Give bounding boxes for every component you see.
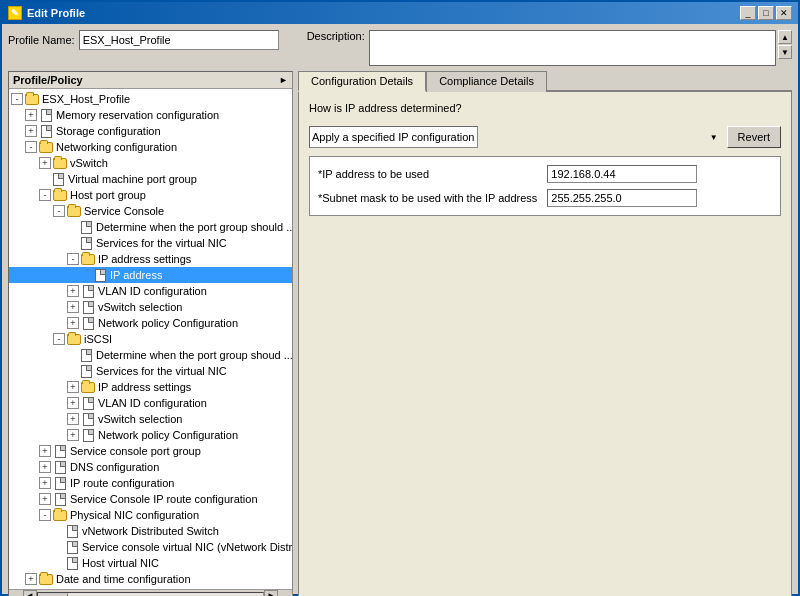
tree-item-vswitch[interactable]: + vSwitch: [9, 155, 292, 171]
tree-item-vlanid1[interactable]: + VLAN ID configuration: [9, 283, 292, 299]
tree-item-svcconsole-vnic[interactable]: Service console virtual NIC (vNetwork Di…: [9, 539, 292, 555]
tree-item-svccon[interactable]: - Service Console: [9, 203, 292, 219]
tree-label-vnetdist: vNetwork Distributed Switch: [82, 525, 219, 537]
tree-label-svcconpg: Service console port group: [70, 445, 201, 457]
expander-root[interactable]: -: [11, 93, 23, 105]
page-icon-vlanid2: [81, 396, 95, 410]
tree-item-iscsi[interactable]: - iSCSI: [9, 331, 292, 347]
expander-networking[interactable]: -: [25, 141, 37, 153]
subnet-mask-label: *Subnet mask to be used with the IP addr…: [318, 192, 537, 204]
tree-item-physnic[interactable]: - Physical NIC configuration: [9, 507, 292, 523]
tree-item-iproute[interactable]: + IP route configuration: [9, 475, 292, 491]
tree-item-determine1[interactable]: Determine when the port group should ...: [9, 219, 292, 235]
folder-icon-iscsi: [67, 332, 81, 346]
tree-item-svcconpg[interactable]: + Service console port group: [9, 443, 292, 459]
desc-scroll-down[interactable]: ▼: [778, 45, 792, 59]
minimize-button[interactable]: _: [740, 6, 756, 20]
expander-svcconpg[interactable]: +: [39, 445, 51, 457]
profile-name-input[interactable]: [79, 30, 279, 50]
tree-item-hostvnic[interactable]: Host virtual NIC: [9, 555, 292, 571]
tree-item-networking[interactable]: - Networking configuration: [9, 139, 292, 155]
tree-item-ipaddr[interactable]: IP address: [9, 267, 292, 283]
tree-item-storage[interactable]: + Storage configuration: [9, 123, 292, 139]
tree-item-ipaddr-settings1[interactable]: - IP address settings: [9, 251, 292, 267]
page-icon-svciproute: [53, 492, 67, 506]
description-label: Description:: [307, 30, 365, 42]
description-textarea[interactable]: [369, 30, 776, 66]
tree-label-memory: Memory reservation configuration: [56, 109, 219, 121]
tree-label-root: ESX_Host_Profile: [42, 93, 130, 105]
scroll-left[interactable]: ◄: [23, 590, 37, 597]
tree-item-memory[interactable]: + Memory reservation configuration: [9, 107, 292, 123]
tree-label-svccon: Service Console: [84, 205, 164, 217]
expander-vswitchsel1[interactable]: +: [67, 301, 79, 313]
tree-item-svciproute[interactable]: + Service Console IP route configuration: [9, 491, 292, 507]
ip-address-input[interactable]: [547, 165, 697, 183]
tree-content[interactable]: - ESX_Host_Profile + Memory reservation …: [9, 89, 292, 589]
title-bar-left: ✎ Edit Profile: [8, 6, 85, 20]
expander-svccon[interactable]: -: [53, 205, 65, 217]
tree-item-services1[interactable]: Services for the virtual NIC: [9, 235, 292, 251]
tree-item-vmpg[interactable]: Virtual machine port group: [9, 171, 292, 187]
folder-icon-networking: [39, 140, 53, 154]
expander-vswitchsel2[interactable]: +: [67, 413, 79, 425]
expander-datetime[interactable]: +: [25, 573, 37, 585]
tree-item-netpolicy2[interactable]: + Network policy Configuration: [9, 427, 292, 443]
tree-item-hostpg[interactable]: - Host port group: [9, 187, 292, 203]
page-icon-netpolicy2: [81, 428, 95, 442]
tree-item-datetime[interactable]: + Date and time configuration: [9, 571, 292, 587]
expander-svciproute[interactable]: +: [39, 493, 51, 505]
tab-compliance[interactable]: Compliance Details: [426, 71, 547, 92]
desc-scroll-up[interactable]: ▲: [778, 30, 792, 44]
page-icon-vswitchsel2: [81, 412, 95, 426]
tree-item-vswitchsel1[interactable]: + vSwitch selection: [9, 299, 292, 315]
tree-label-ipaddr-settings1: IP address settings: [98, 253, 191, 265]
expander-vlanid1[interactable]: +: [67, 285, 79, 297]
ip-address-label: *IP address to be used: [318, 168, 537, 180]
scroll-right[interactable]: ►: [264, 590, 278, 597]
expander-ipaddr2[interactable]: +: [67, 381, 79, 393]
expander-physnic[interactable]: -: [39, 509, 51, 521]
expander-storage[interactable]: +: [25, 125, 37, 137]
scrollbar-track[interactable]: [37, 592, 264, 597]
folder-icon-ipaddr1: [81, 252, 95, 266]
tree-item-services2[interactable]: Services for the virtual NIC: [9, 363, 292, 379]
expander-netpolicy2[interactable]: +: [67, 429, 79, 441]
tree-item-dns[interactable]: + DNS configuration: [9, 459, 292, 475]
expander-iscsi[interactable]: -: [53, 333, 65, 345]
tree-label-hostvnic: Host virtual NIC: [82, 557, 159, 569]
edit-profile-window: ✎ Edit Profile _ □ ✕ Profile Name: Descr…: [0, 0, 800, 596]
tree-item-vnetdist[interactable]: vNetwork Distributed Switch: [9, 523, 292, 539]
close-button[interactable]: ✕: [776, 6, 792, 20]
tree-item-root[interactable]: - ESX_Host_Profile: [9, 91, 292, 107]
tree-label-vswitchsel2: vSwitch selection: [98, 413, 182, 425]
dropdown-row: Apply a specified IP configuration Use D…: [309, 126, 781, 148]
tree-label-datetime: Date and time configuration: [56, 573, 191, 585]
details-content: How is IP address determined? Apply a sp…: [298, 92, 792, 596]
expander-hostpg[interactable]: -: [39, 189, 51, 201]
subnet-mask-input[interactable]: [547, 189, 697, 207]
maximize-button[interactable]: □: [758, 6, 774, 20]
scrollbar-thumb[interactable]: [38, 593, 68, 597]
tree-item-vswitchsel2[interactable]: + vSwitch selection: [9, 411, 292, 427]
folder-icon-datetime: [39, 572, 53, 586]
expander-memory[interactable]: +: [25, 109, 37, 121]
tree-item-vlanid2[interactable]: + VLAN ID configuration: [9, 395, 292, 411]
expander-vlanid2[interactable]: +: [67, 397, 79, 409]
tree-item-determine2[interactable]: Determine when the port group shoud ...: [9, 347, 292, 363]
expander-vswitch[interactable]: +: [39, 157, 51, 169]
expander-netpolicy1[interactable]: +: [67, 317, 79, 329]
revert-button[interactable]: Revert: [727, 126, 781, 148]
tab-config[interactable]: Configuration Details: [298, 71, 426, 92]
ip-method-select[interactable]: Apply a specified IP configuration Use D…: [309, 126, 478, 148]
expander-iproute[interactable]: +: [39, 477, 51, 489]
details-question: How is IP address determined?: [309, 102, 781, 114]
tree-label-svcconsole-vnic: Service console virtual NIC (vNetwork Di…: [82, 541, 292, 553]
page-icon-vmpg: [51, 172, 65, 186]
tree-header-label: Profile/Policy: [13, 74, 83, 86]
tree-panel: Profile/Policy ► - ESX_Host_Profile + Me…: [8, 71, 293, 596]
expander-ipaddr1[interactable]: -: [67, 253, 79, 265]
tree-item-netpolicy1[interactable]: + Network policy Configuration: [9, 315, 292, 331]
expander-dns[interactable]: +: [39, 461, 51, 473]
tree-item-ipaddr-settings2[interactable]: + IP address settings: [9, 379, 292, 395]
